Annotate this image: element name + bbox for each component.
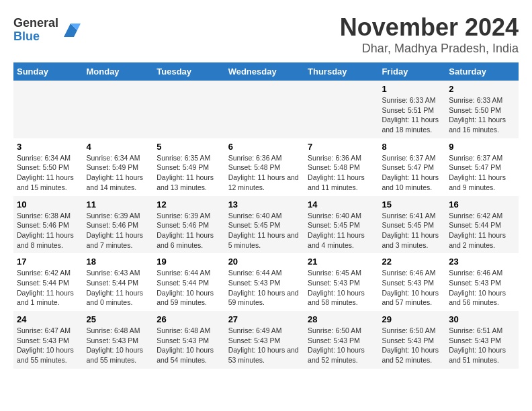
day-number: 1	[382, 84, 442, 94]
day-number: 29	[382, 314, 442, 324]
day-number: 11	[86, 199, 150, 210]
header-day-monday: Monday	[83, 62, 153, 81]
logo: General Blue	[13, 17, 81, 44]
day-number: 2	[449, 84, 515, 94]
calendar-cell: 6Sunrise: 6:36 AM Sunset: 5:48 PM Daylig…	[225, 138, 304, 196]
calendar-cell: 19Sunrise: 6:44 AM Sunset: 5:44 PM Dayli…	[153, 253, 224, 311]
day-info: Sunrise: 6:51 AM Sunset: 5:43 PM Dayligh…	[449, 326, 515, 365]
header-day-thursday: Thursday	[304, 62, 378, 81]
day-info: Sunrise: 6:46 AM Sunset: 5:43 PM Dayligh…	[382, 268, 442, 308]
header-day-sunday: Sunday	[13, 62, 83, 81]
week-row-2: 10Sunrise: 6:38 AM Sunset: 5:46 PM Dayli…	[13, 196, 519, 254]
day-info: Sunrise: 6:39 AM Sunset: 5:46 PM Dayligh…	[157, 211, 221, 250]
day-number: 26	[157, 314, 221, 324]
day-info: Sunrise: 6:42 AM Sunset: 5:44 PM Dayligh…	[17, 268, 79, 308]
day-info: Sunrise: 6:43 AM Sunset: 5:44 PM Dayligh…	[86, 268, 150, 308]
calendar-cell: 30Sunrise: 6:51 AM Sunset: 5:43 PM Dayli…	[445, 311, 519, 369]
calendar-cell: 4Sunrise: 6:34 AM Sunset: 5:49 PM Daylig…	[83, 138, 153, 196]
day-info: Sunrise: 6:42 AM Sunset: 5:44 PM Dayligh…	[449, 211, 515, 250]
calendar-cell: 12Sunrise: 6:39 AM Sunset: 5:46 PM Dayli…	[153, 196, 224, 254]
day-info: Sunrise: 6:48 AM Sunset: 5:43 PM Dayligh…	[86, 326, 150, 365]
day-number: 12	[157, 199, 221, 210]
calendar-cell	[83, 81, 153, 138]
day-number: 16	[449, 199, 515, 210]
calendar-cell: 26Sunrise: 6:48 AM Sunset: 5:43 PM Dayli…	[153, 311, 224, 369]
day-number: 28	[308, 314, 375, 324]
day-number: 7	[308, 142, 375, 152]
calendar-cell: 9Sunrise: 6:37 AM Sunset: 5:47 PM Daylig…	[445, 138, 519, 196]
week-row-3: 17Sunrise: 6:42 AM Sunset: 5:44 PM Dayli…	[13, 253, 519, 311]
day-number: 27	[228, 314, 301, 324]
day-number: 14	[308, 199, 375, 210]
day-info: Sunrise: 6:49 AM Sunset: 5:43 PM Dayligh…	[228, 326, 301, 365]
calendar-table: SundayMondayTuesdayWednesdayThursdayFrid…	[13, 62, 519, 369]
day-number: 23	[449, 257, 515, 267]
day-info: Sunrise: 6:41 AM Sunset: 5:45 PM Dayligh…	[382, 211, 442, 250]
calendar-cell: 15Sunrise: 6:41 AM Sunset: 5:45 PM Dayli…	[378, 196, 445, 254]
calendar-cell: 23Sunrise: 6:46 AM Sunset: 5:43 PM Dayli…	[445, 253, 519, 311]
week-row-0: 1Sunrise: 6:33 AM Sunset: 5:51 PM Daylig…	[13, 81, 519, 138]
calendar-cell: 27Sunrise: 6:49 AM Sunset: 5:43 PM Dayli…	[225, 311, 304, 369]
day-number: 9	[449, 142, 515, 152]
calendar-cell	[225, 81, 304, 138]
day-info: Sunrise: 6:38 AM Sunset: 5:46 PM Dayligh…	[17, 211, 79, 250]
day-info: Sunrise: 6:36 AM Sunset: 5:48 PM Dayligh…	[228, 153, 301, 193]
calendar-cell: 21Sunrise: 6:45 AM Sunset: 5:43 PM Dayli…	[304, 253, 378, 311]
day-info: Sunrise: 6:50 AM Sunset: 5:43 PM Dayligh…	[308, 326, 375, 365]
day-info: Sunrise: 6:37 AM Sunset: 5:47 PM Dayligh…	[449, 153, 515, 193]
day-number: 24	[17, 314, 79, 324]
day-number: 13	[228, 199, 301, 210]
calendar-cell	[153, 81, 224, 138]
day-number: 10	[17, 199, 79, 210]
day-info: Sunrise: 6:48 AM Sunset: 5:43 PM Dayligh…	[157, 326, 221, 365]
day-number: 19	[157, 257, 221, 267]
calendar-cell: 25Sunrise: 6:48 AM Sunset: 5:43 PM Dayli…	[83, 311, 153, 369]
calendar-cell: 29Sunrise: 6:50 AM Sunset: 5:43 PM Dayli…	[378, 311, 445, 369]
day-info: Sunrise: 6:47 AM Sunset: 5:43 PM Dayligh…	[17, 326, 79, 365]
day-number: 4	[86, 142, 150, 152]
calendar-cell: 24Sunrise: 6:47 AM Sunset: 5:43 PM Dayli…	[13, 311, 83, 369]
day-info: Sunrise: 6:40 AM Sunset: 5:45 PM Dayligh…	[228, 211, 301, 250]
calendar-cell: 8Sunrise: 6:37 AM Sunset: 5:47 PM Daylig…	[378, 138, 445, 196]
calendar-cell: 11Sunrise: 6:39 AM Sunset: 5:46 PM Dayli…	[83, 196, 153, 254]
calendar-cell: 17Sunrise: 6:42 AM Sunset: 5:44 PM Dayli…	[13, 253, 83, 311]
calendar-cell	[13, 81, 83, 138]
week-row-4: 24Sunrise: 6:47 AM Sunset: 5:43 PM Dayli…	[13, 311, 519, 369]
header: General Blue November 2024 Dhar, Madhya …	[13, 13, 519, 56]
day-number: 18	[86, 257, 150, 267]
day-info: Sunrise: 6:40 AM Sunset: 5:45 PM Dayligh…	[308, 211, 375, 250]
day-info: Sunrise: 6:36 AM Sunset: 5:48 PM Dayligh…	[308, 153, 375, 193]
day-info: Sunrise: 6:44 AM Sunset: 5:44 PM Dayligh…	[157, 268, 221, 308]
day-number: 8	[382, 142, 442, 152]
day-info: Sunrise: 6:45 AM Sunset: 5:43 PM Dayligh…	[308, 268, 375, 308]
logo-general-text: General	[13, 17, 58, 30]
day-info: Sunrise: 6:46 AM Sunset: 5:43 PM Dayligh…	[449, 268, 515, 308]
logo-blue-text: Blue	[13, 30, 58, 44]
calendar-cell: 13Sunrise: 6:40 AM Sunset: 5:45 PM Dayli…	[225, 196, 304, 254]
day-number: 21	[308, 257, 375, 267]
day-info: Sunrise: 6:37 AM Sunset: 5:47 PM Dayligh…	[382, 153, 442, 193]
calendar-cell: 3Sunrise: 6:34 AM Sunset: 5:50 PM Daylig…	[13, 138, 83, 196]
calendar-cell: 28Sunrise: 6:50 AM Sunset: 5:43 PM Dayli…	[304, 311, 378, 369]
day-number: 3	[17, 142, 79, 152]
day-info: Sunrise: 6:34 AM Sunset: 5:50 PM Dayligh…	[17, 153, 79, 193]
calendar-header: SundayMondayTuesdayWednesdayThursdayFrid…	[13, 62, 519, 81]
calendar-cell: 1Sunrise: 6:33 AM Sunset: 5:51 PM Daylig…	[378, 81, 445, 138]
calendar-cell	[304, 81, 378, 138]
calendar-cell: 2Sunrise: 6:33 AM Sunset: 5:50 PM Daylig…	[445, 81, 519, 138]
header-day-saturday: Saturday	[445, 62, 519, 81]
day-number: 5	[157, 142, 221, 152]
day-info: Sunrise: 6:34 AM Sunset: 5:49 PM Dayligh…	[86, 153, 150, 193]
calendar-body: 1Sunrise: 6:33 AM Sunset: 5:51 PM Daylig…	[13, 81, 519, 369]
location-title: Dhar, Madhya Pradesh, India	[340, 42, 519, 56]
day-info: Sunrise: 6:33 AM Sunset: 5:50 PM Dayligh…	[449, 95, 515, 135]
calendar-cell: 5Sunrise: 6:35 AM Sunset: 5:49 PM Daylig…	[153, 138, 224, 196]
calendar-cell: 7Sunrise: 6:36 AM Sunset: 5:48 PM Daylig…	[304, 138, 378, 196]
day-info: Sunrise: 6:35 AM Sunset: 5:49 PM Dayligh…	[157, 153, 221, 193]
day-number: 6	[228, 142, 301, 152]
calendar-cell: 10Sunrise: 6:38 AM Sunset: 5:46 PM Dayli…	[13, 196, 83, 254]
header-row: SundayMondayTuesdayWednesdayThursdayFrid…	[13, 62, 519, 81]
day-number: 22	[382, 257, 442, 267]
calendar-cell: 20Sunrise: 6:44 AM Sunset: 5:43 PM Dayli…	[225, 253, 304, 311]
day-number: 30	[449, 314, 515, 324]
